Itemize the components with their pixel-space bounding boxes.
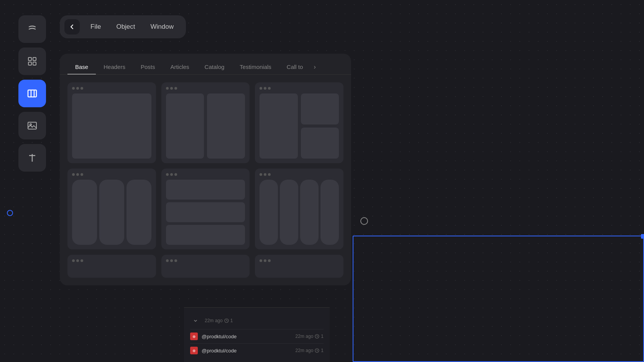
layout-two-col — [166, 93, 245, 159]
top-menu-bar: File Object Window — [60, 15, 186, 38]
stacked-rows — [166, 180, 245, 245]
template-card-9[interactable] — [255, 255, 343, 278]
tab-overflow[interactable]: › — [310, 60, 319, 74]
block — [166, 180, 245, 200]
repo-letter-1: ⊕ — [192, 334, 196, 339]
dot — [76, 173, 79, 176]
connection-point-right — [360, 217, 368, 225]
block — [260, 180, 278, 245]
svg-rect-3 — [33, 62, 36, 65]
card-dots-4 — [72, 173, 151, 176]
tab-articles[interactable]: Articles — [163, 60, 197, 75]
block — [166, 93, 204, 159]
dot — [268, 87, 271, 90]
block — [127, 180, 151, 245]
svg-rect-7 — [28, 122, 36, 129]
menu-file[interactable]: File — [83, 20, 108, 34]
template-card-3[interactable] — [255, 82, 343, 163]
tab-headers[interactable]: Headers — [96, 60, 133, 75]
time-badge-repo-2: 22m ago 1 — [296, 348, 324, 353]
selection-handle-tr[interactable] — [641, 234, 644, 239]
dot — [72, 259, 75, 262]
canvas-selection-box — [353, 236, 644, 362]
dot — [76, 259, 79, 262]
time-text-1: 22m ago — [205, 318, 223, 323]
tab-catalog[interactable]: Catalog — [197, 60, 232, 75]
layout-left-stacked-3 — [166, 180, 245, 245]
repo-icon-1: ⊕ — [190, 333, 198, 340]
tab-testimonials[interactable]: Testimonials — [232, 60, 279, 75]
dot — [72, 87, 75, 90]
card-dots-5 — [166, 173, 245, 176]
template-card-8[interactable] — [161, 255, 250, 278]
svg-rect-0 — [28, 57, 31, 61]
count-repo-2: 1 — [321, 348, 324, 353]
tabs-bar: Base Headers Posts Articles Catalog Test… — [60, 54, 351, 75]
count-1: 1 — [230, 318, 233, 323]
card-dots-7 — [72, 259, 151, 262]
dot — [260, 259, 262, 262]
dot — [260, 87, 262, 90]
block — [301, 128, 339, 159]
time-text-repo-2: 22m ago — [296, 348, 314, 353]
template-card-5[interactable] — [161, 169, 250, 249]
block — [300, 180, 319, 245]
template-card-4[interactable] — [67, 169, 156, 249]
media-button[interactable] — [18, 112, 46, 139]
dot — [174, 87, 177, 90]
block — [280, 180, 298, 245]
sections-button[interactable] — [18, 80, 46, 107]
bottom-panel-repo-row-2: ⊕ @prodktul/code 22m ago 1 — [190, 344, 324, 357]
components-button[interactable] — [18, 48, 46, 75]
connection-point-left — [7, 210, 13, 216]
dot — [268, 173, 271, 176]
block — [207, 93, 245, 159]
card-dots-8 — [166, 259, 245, 262]
repo-icon-2: ⊕ — [190, 347, 198, 354]
svg-rect-1 — [33, 57, 36, 61]
card-dots-9 — [260, 259, 339, 262]
template-card-6[interactable] — [255, 169, 343, 249]
card-dots-3 — [260, 87, 339, 90]
layout-single — [72, 93, 151, 159]
bottom-panel-repo-row-1: ⊕ @prodktul/code 22m ago 1 — [190, 329, 324, 344]
left-sidebar — [18, 15, 46, 172]
block — [166, 225, 245, 245]
block — [320, 180, 339, 245]
main-panel: Base Headers Posts Articles Catalog Test… — [60, 54, 351, 285]
template-card-2[interactable] — [161, 82, 250, 163]
expand-button[interactable] — [190, 315, 201, 326]
tab-posts[interactable]: Posts — [133, 60, 163, 75]
card-dots-6 — [260, 173, 339, 176]
layout-right-stacked — [260, 93, 339, 159]
svg-rect-2 — [28, 62, 31, 65]
bottom-panel-expand-row: 22m ago 1 — [190, 312, 324, 329]
dot — [174, 259, 177, 262]
block — [72, 93, 151, 159]
dot — [166, 259, 169, 262]
dot — [264, 173, 266, 176]
menu-window[interactable]: Window — [143, 20, 181, 34]
dot — [268, 259, 271, 262]
back-button[interactable] — [64, 19, 80, 34]
template-card-1[interactable] — [67, 82, 156, 163]
dot — [80, 259, 83, 262]
logo-button[interactable] — [18, 15, 46, 43]
block — [72, 180, 97, 245]
text-button[interactable] — [18, 144, 46, 172]
dot — [72, 173, 75, 176]
dot — [166, 173, 169, 176]
menu-object[interactable]: Object — [108, 20, 143, 34]
tab-call-to[interactable]: Call to — [279, 60, 311, 75]
dot — [170, 87, 173, 90]
repo-letter-2: ⊕ — [192, 349, 196, 353]
dot — [166, 87, 169, 90]
template-card-7[interactable] — [67, 255, 156, 278]
bottom-panel: 22m ago 1 ⊕ @prodktul/code 22m ago 1 ⊕ @… — [184, 307, 330, 362]
card-dots-1 — [72, 87, 151, 90]
tab-base[interactable]: Base — [67, 60, 96, 75]
dot — [264, 87, 266, 90]
layout-three-col — [72, 180, 151, 245]
repo-name-2: @prodktul/code — [202, 348, 237, 354]
block — [301, 93, 339, 124]
